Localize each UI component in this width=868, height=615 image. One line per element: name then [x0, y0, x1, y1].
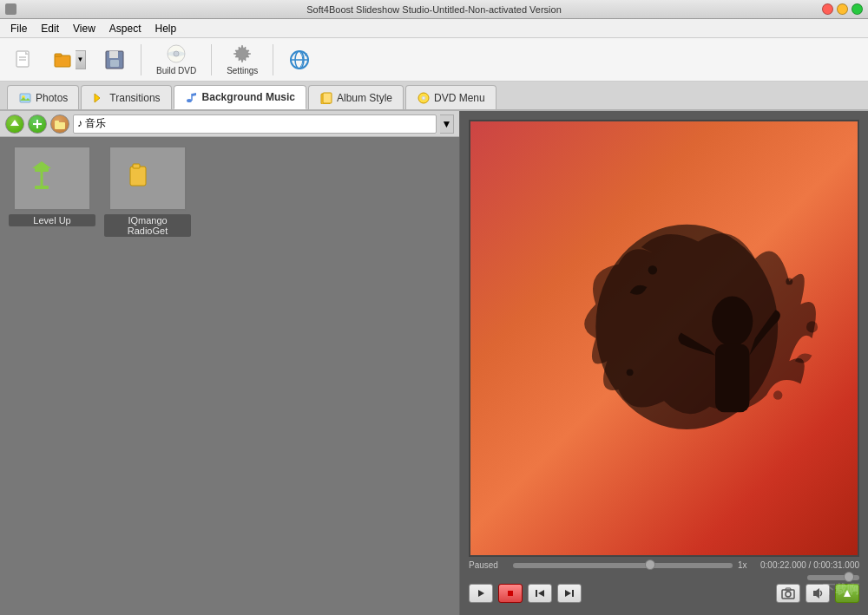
skip-forward-button[interactable] [557, 584, 582, 603]
dvd-menu-tab-icon [417, 91, 431, 105]
open-button[interactable]: ▼ [47, 47, 92, 73]
svg-rect-7 [110, 60, 119, 67]
volume-button[interactable] [806, 584, 830, 603]
svg-point-40 [773, 390, 782, 399]
title-bar: Soft4Boost Slideshow Studio-Untitled-Non… [0, 0, 868, 19]
globe-button[interactable] [282, 47, 317, 73]
progress-track[interactable] [513, 563, 733, 568]
tab-background-music[interactable]: Background Music [174, 85, 306, 109]
left-panel: ♪ 音乐 ▼ Level Up [0, 111, 460, 615]
progress-thumb[interactable] [645, 559, 655, 570]
svg-point-23 [422, 96, 425, 100]
album-style-tab-icon [319, 91, 333, 105]
svg-rect-21 [323, 93, 332, 103]
svg-point-38 [806, 321, 818, 332]
app-icon [5, 3, 16, 15]
menu-bar: File Edit View Aspect Help [0, 19, 868, 38]
tab-background-music-label: Background Music [202, 91, 295, 103]
save-button[interactable] [97, 47, 132, 73]
photos-tab-icon [18, 91, 32, 105]
right-panel: Paused 1x 0:00:22.000 / 0:00:31.000 [460, 111, 868, 615]
tab-transitions-label: Transitions [109, 92, 160, 104]
preview-area [469, 120, 859, 557]
build-dvd-label: Build DVD [156, 66, 196, 75]
navigate-up-button[interactable] [5, 114, 24, 134]
volume-thumb[interactable] [844, 572, 854, 582]
svg-rect-4 [55, 54, 62, 56]
window-controls [822, 3, 863, 15]
menu-edit[interactable]: Edit [34, 21, 66, 36]
svg-point-36 [648, 265, 657, 274]
globe-icon [289, 49, 310, 70]
toolbar-separator-1 [141, 44, 141, 75]
svg-rect-30 [35, 186, 49, 189]
stop-button[interactable] [498, 584, 523, 603]
volume-track[interactable] [807, 575, 859, 580]
minimize-button[interactable] [837, 3, 848, 15]
open-folder-button[interactable] [50, 114, 69, 134]
toolbar-separator-3 [273, 44, 273, 75]
file-item-iqmango[interactable]: IQmango RadioGet [104, 146, 191, 237]
menu-aspect[interactable]: Aspect [102, 21, 148, 36]
tab-dvd-menu[interactable]: DVD Menu [405, 85, 496, 109]
svg-point-10 [168, 51, 185, 56]
toolbar: ▼ Build DVD Settings [0, 38, 868, 82]
preview-image [470, 121, 858, 555]
file-grid: Level Up IQmango RadioGet [0, 137, 459, 615]
open-dropdown-arrow[interactable]: ▼ [76, 50, 86, 69]
svg-rect-26 [55, 122, 65, 129]
maximize-button[interactable] [852, 3, 863, 15]
svg-marker-46 [565, 590, 571, 597]
settings-label: Settings [227, 66, 258, 75]
svg-rect-31 [130, 167, 146, 186]
file-item-level-up[interactable]: Level Up [9, 146, 95, 237]
save-icon [104, 49, 125, 70]
build-dvd-button[interactable]: Build DVD [150, 41, 202, 78]
control-row [469, 584, 859, 603]
tab-dvd-menu-label: DVD Menu [434, 92, 485, 104]
svg-point-18 [187, 99, 192, 102]
close-button[interactable] [822, 3, 833, 15]
svg-marker-41 [478, 590, 484, 597]
svg-point-34 [712, 296, 753, 346]
volume-row [469, 573, 859, 582]
transitions-tab-icon [92, 91, 106, 105]
svg-point-48 [786, 592, 791, 597]
menu-help[interactable]: Help [148, 21, 184, 36]
new-icon [14, 49, 35, 70]
settings-button[interactable]: Settings [220, 41, 264, 78]
screenshot-button[interactable] [776, 584, 800, 603]
background-music-tab-icon [185, 90, 199, 104]
build-dvd-icon [166, 43, 187, 64]
menu-file[interactable]: File [3, 21, 34, 36]
progress-row: Paused 1x 0:00:22.000 / 0:00:31.000 [469, 560, 859, 570]
svg-marker-44 [538, 590, 544, 597]
music-category-dropdown[interactable]: ♪ 音乐 [73, 114, 437, 134]
tabs-bar: Photos Transitions Background Music Albu… [0, 82, 868, 111]
expand-button[interactable] [835, 584, 859, 603]
svg-rect-43 [536, 590, 537, 597]
svg-rect-6 [109, 51, 118, 58]
tab-photos[interactable]: Photos [7, 85, 79, 109]
window-title: Soft4Boost Slideshow Studio-Untitled-Non… [306, 4, 562, 15]
svg-point-39 [627, 369, 634, 376]
speed-indicator: 1x [738, 560, 755, 570]
tab-album-style[interactable]: Album Style [308, 85, 404, 109]
svg-marker-50 [844, 590, 851, 597]
svg-rect-32 [133, 164, 140, 168]
svg-rect-45 [572, 590, 574, 597]
svg-point-37 [786, 278, 792, 285]
menu-view[interactable]: View [66, 21, 102, 36]
playback-bar: Paused 1x 0:00:22.000 / 0:00:31.000 [469, 557, 859, 606]
add-folder-button[interactable] [28, 114, 47, 134]
new-button[interactable] [7, 47, 42, 73]
svg-marker-17 [95, 94, 100, 102]
file-thumb-level-up [13, 146, 91, 211]
dropdown-value: ♪ 音乐 [77, 116, 106, 131]
svg-rect-27 [55, 121, 59, 123]
file-label-level-up: Level Up [9, 214, 95, 226]
skip-back-button[interactable] [528, 584, 552, 603]
dropdown-arrow[interactable]: ▼ [440, 114, 454, 134]
tab-transitions[interactable]: Transitions [81, 85, 171, 109]
play-button[interactable] [469, 584, 493, 603]
